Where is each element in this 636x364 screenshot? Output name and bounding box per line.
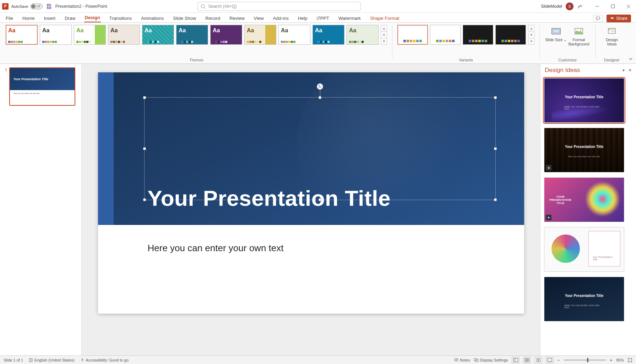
theme-option[interactable]: Aa xyxy=(347,25,379,45)
notes-button[interactable]: Notes xyxy=(454,358,470,362)
thumb-title: Your Presentation Title xyxy=(13,77,48,81)
tab-slide-show[interactable]: Slide Show xyxy=(172,14,197,22)
pane-close-button[interactable]: ✕ xyxy=(628,68,632,73)
autosave-toggle[interactable]: AutoSave Off xyxy=(11,4,43,9)
resize-handle-w[interactable] xyxy=(143,147,146,150)
slide-canvas[interactable]: Your Presentation Title Here you can ent… xyxy=(98,72,524,314)
zoom-level[interactable]: 95% xyxy=(616,358,624,362)
ribbon-separator xyxy=(539,25,540,59)
user-avatar[interactable]: S xyxy=(566,2,574,10)
zoom-slider-thumb[interactable] xyxy=(587,358,588,362)
tab-file[interactable]: File xyxy=(5,14,14,22)
slide-counter[interactable]: Slide 1 of 1 xyxy=(4,358,23,362)
variant-option[interactable] xyxy=(495,25,526,45)
slide-subtitle-text[interactable]: Here you can enter your own text xyxy=(148,243,284,254)
comments-button[interactable] xyxy=(593,15,603,22)
svg-rect-22 xyxy=(527,358,529,360)
accessibility-button[interactable]: Accessibility: Good to go xyxy=(80,358,129,362)
slide-thumbnail[interactable]: 1 Your Presentation Title Here you can e… xyxy=(9,67,78,106)
tab-help[interactable]: Help xyxy=(297,14,308,22)
resize-handle-nw[interactable] xyxy=(143,96,146,99)
theme-option[interactable]: Aa xyxy=(210,25,242,45)
theme-option[interactable]: Aa xyxy=(74,25,106,45)
design-idea-option[interactable]: YOUR PRESENTATION TITLE✦ xyxy=(544,177,624,222)
title-selection-box[interactable]: ↻ xyxy=(144,97,496,200)
themes-more-button[interactable]: ▴▾▾ xyxy=(381,25,387,45)
search-input[interactable]: Search (Alt+Q) xyxy=(197,2,361,11)
tab-insert[interactable]: Insert xyxy=(43,14,56,22)
slideshow-button[interactable] xyxy=(546,357,554,363)
accessibility-icon xyxy=(80,358,85,362)
tab-design[interactable]: Design xyxy=(84,13,101,22)
format-background-button[interactable]: Format Background xyxy=(567,25,590,46)
zoom-slider[interactable] xyxy=(564,359,606,361)
user-name[interactable]: SlideModel xyxy=(541,4,562,9)
ideas-list[interactable]: Your Presentation TitleHERE YOU CAN ENTE… xyxy=(540,75,636,355)
variant-option[interactable] xyxy=(430,25,461,45)
theme-option[interactable]: Aa xyxy=(6,25,38,45)
variant-option[interactable] xyxy=(397,25,428,45)
tab-transitions[interactable]: Transitions xyxy=(109,14,132,22)
svg-rect-3 xyxy=(611,5,614,8)
theme-option[interactable]: Aa xyxy=(108,25,140,45)
slide-sorter-button[interactable] xyxy=(523,357,531,363)
toggle-track[interactable]: Off xyxy=(31,4,43,9)
pane-options-button[interactable]: ▾ xyxy=(623,68,625,73)
theme-option[interactable]: Aa xyxy=(278,25,310,45)
tab-animations[interactable]: Animations xyxy=(140,14,164,22)
resize-handle-e[interactable] xyxy=(494,147,497,150)
theme-option[interactable]: Aa xyxy=(142,25,174,45)
resize-handle-se[interactable] xyxy=(494,198,497,201)
slide-editor[interactable]: Your Presentation Title Here you can ent… xyxy=(82,64,540,355)
tab-review[interactable]: Review xyxy=(229,14,245,22)
variants-more-button[interactable]: ▴▾▾ xyxy=(528,25,534,45)
display-settings-button[interactable]: Display Settings xyxy=(474,358,508,362)
resize-handle-n[interactable] xyxy=(319,96,321,99)
reading-view-button[interactable] xyxy=(534,357,542,363)
maximize-button[interactable] xyxy=(608,1,618,12)
format-background-icon xyxy=(574,26,584,36)
tab-home[interactable]: Home xyxy=(22,14,36,22)
zoom-in-button[interactable]: + xyxy=(610,357,613,363)
tab-i7ppt[interactable]: i7PPT xyxy=(316,14,330,22)
slide-number: 1 xyxy=(5,67,7,72)
theme-option[interactable]: Aa xyxy=(176,25,208,45)
normal-view-button[interactable] xyxy=(512,357,520,363)
resize-handle-s[interactable] xyxy=(319,198,321,201)
resize-handle-sw[interactable] xyxy=(143,198,146,201)
variant-option[interactable] xyxy=(463,25,493,45)
design-idea-option[interactable]: Your Presentation TitleHERE YOU CAN ENTE… xyxy=(544,78,624,123)
close-button[interactable] xyxy=(623,1,634,12)
save-icon[interactable] xyxy=(46,4,52,9)
theme-option[interactable]: Aa xyxy=(40,25,72,45)
tab-shape-format[interactable]: Shape Format xyxy=(369,14,400,22)
share-button[interactable]: Share xyxy=(607,15,631,22)
search-icon xyxy=(201,4,206,9)
theme-option[interactable]: Aa xyxy=(312,25,344,45)
slide-size-label: Slide Size ⌄ xyxy=(545,38,567,42)
slide-size-button[interactable]: Slide Size ⌄ xyxy=(545,25,567,46)
design-idea-option[interactable]: Your Presentation Title xyxy=(544,227,624,272)
slide-accent-bar xyxy=(98,72,114,225)
language-button[interactable]: English (United States) xyxy=(29,358,75,362)
tab-draw[interactable]: Draw xyxy=(64,14,76,22)
zoom-out-button[interactable]: − xyxy=(557,357,560,363)
minimize-button[interactable] xyxy=(592,1,603,12)
tab-view[interactable]: View xyxy=(253,14,265,22)
powerpoint-app-icon: P xyxy=(2,3,9,10)
coming-soon-icon[interactable] xyxy=(577,3,583,10)
rotation-handle[interactable]: ↻ xyxy=(317,83,323,90)
tab-add-ins[interactable]: Add-ins xyxy=(272,14,289,22)
design-ideas-button[interactable]: Design Ideas xyxy=(600,25,623,46)
variants-group: ▴▾▾ Variants xyxy=(395,25,537,64)
design-idea-option[interactable]: Your Presentation TitleHere you can ente… xyxy=(544,128,624,172)
collapse-ribbon-button[interactable] xyxy=(628,56,633,61)
tab-record[interactable]: Record xyxy=(205,14,221,22)
account-area: SlideModel S xyxy=(541,1,634,12)
fit-to-window-button[interactable] xyxy=(627,358,632,363)
tab-watermark[interactable]: Watermark xyxy=(338,14,362,22)
theme-option[interactable]: Aa xyxy=(244,25,276,45)
design-ideas-icon xyxy=(607,26,617,36)
resize-handle-ne[interactable] xyxy=(494,96,497,99)
design-idea-option[interactable]: Your Presentation TitleHERE YOU CAN ENTE… xyxy=(544,277,624,321)
